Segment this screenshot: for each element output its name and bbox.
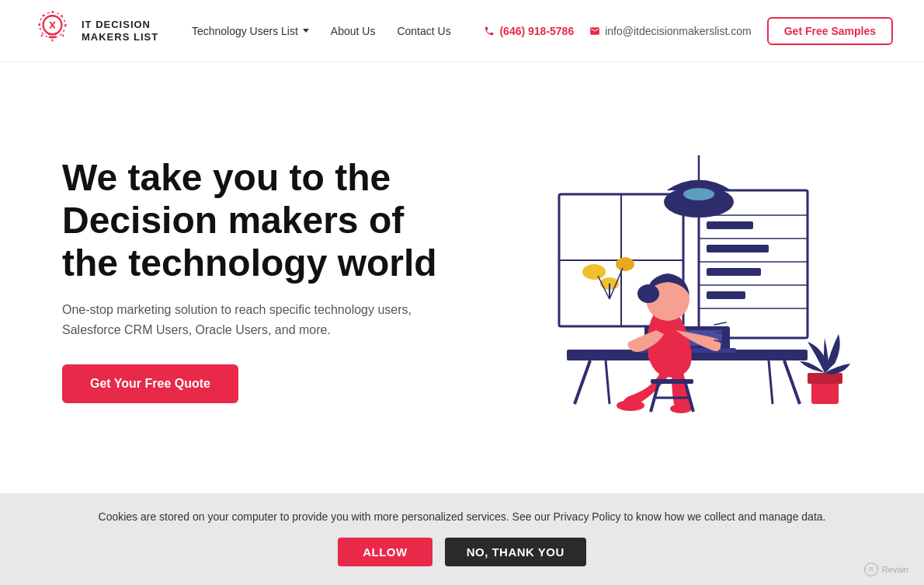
nav-technology-users-list[interactable]: Technology Users List (192, 25, 309, 37)
svg-point-20 (616, 257, 634, 271)
logo-text: IT DECISION MAKERS LIST (82, 19, 158, 43)
svg-rect-33 (707, 291, 745, 299)
main-nav: Technology Users List About Us Contact U… (192, 25, 451, 37)
chevron-down-icon (303, 29, 309, 33)
contact-info: (646) 918-5786 info@itdecisionmakerslist… (484, 17, 893, 45)
svg-point-19 (582, 264, 606, 280)
svg-point-50 (637, 284, 659, 303)
hero-subtitle: One-stop marketing solution to reach spe… (62, 300, 458, 340)
cookie-banner: Cookies are stored on your computer to p… (0, 493, 924, 585)
cookie-allow-button[interactable]: ALLOW (338, 538, 432, 566)
email-icon (589, 26, 600, 37)
hero-illustration (458, 132, 862, 427)
email-address[interactable]: info@itdecisionmakerslist.com (589, 25, 752, 37)
svg-line-8 (62, 35, 64, 37)
nav-about-us[interactable]: About Us (331, 25, 376, 37)
hero-section: We take you to the Decision makers of th… (0, 62, 924, 497)
svg-line-10 (41, 35, 43, 37)
svg-rect-31 (707, 245, 769, 252)
hero-image (458, 132, 862, 427)
logo[interactable]: IT DECISION MAKERS LIST (31, 9, 158, 52)
svg-point-36 (683, 188, 714, 200)
svg-rect-30 (707, 221, 753, 229)
cookie-text: Cookies are stored on your computer to p… (31, 509, 893, 525)
logo-icon (31, 9, 74, 52)
svg-rect-51 (651, 379, 693, 384)
svg-rect-32 (707, 268, 761, 276)
revain-icon: R (863, 562, 879, 577)
get-free-quote-button[interactable]: Get Your Free Quote (62, 364, 238, 403)
get-free-samples-button[interactable]: Get Free Samples (767, 17, 893, 45)
phone-number[interactable]: (646) 918-5786 (484, 25, 574, 37)
hero-title: We take you to the Decision makers of th… (62, 156, 458, 285)
cookie-decline-button[interactable]: NO, THANK YOU (445, 538, 586, 566)
nav-contact-us[interactable]: Contact Us (397, 25, 450, 37)
svg-rect-55 (811, 381, 839, 404)
svg-rect-56 (808, 373, 842, 384)
cookie-buttons: ALLOW NO, THANK YOU (31, 538, 893, 566)
phone-icon (484, 26, 495, 37)
hero-content: We take you to the Decision makers of th… (62, 156, 458, 404)
svg-point-47 (617, 400, 644, 411)
revain-badge: R Revain (863, 562, 908, 577)
svg-text:R: R (869, 566, 874, 573)
site-header: IT DECISION MAKERS LIST Technology Users… (0, 0, 924, 62)
svg-point-48 (670, 404, 692, 413)
